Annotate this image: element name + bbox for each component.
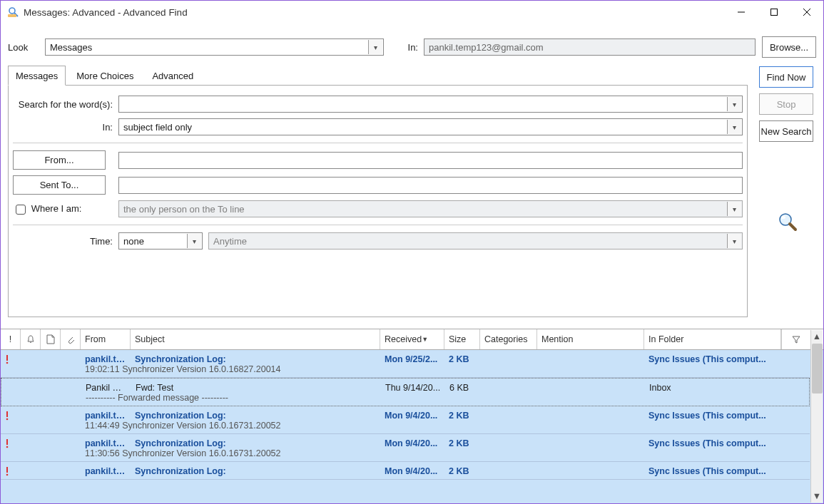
- col-from[interactable]: From: [81, 329, 131, 349]
- col-filter[interactable]: [781, 329, 810, 349]
- cell-received: Mon 9/25/2...: [380, 354, 444, 364]
- time-select[interactable]: none: [118, 232, 203, 250]
- cell-size: 6 KB: [445, 383, 481, 393]
- table-row[interactable]: pankil.te...Synchronization Log:Mon 9/4/…: [1, 406, 810, 434]
- col-categories[interactable]: Categories: [480, 329, 537, 349]
- cell-infolder: Sync Issues (This comput...: [644, 438, 810, 448]
- cell-from: Pankil Shah: [81, 383, 131, 393]
- col-importance[interactable]: !: [1, 329, 21, 349]
- scroll-down-icon[interactable]: ▼: [811, 490, 823, 503]
- in-folder-field: pankil.temp123@gmail.com: [424, 38, 756, 56]
- table-row[interactable]: pankil.te...Synchronization Log:Mon 9/4/…: [1, 434, 810, 462]
- find-icon: [8, 6, 19, 18]
- importance-icon: [1, 411, 21, 421]
- in-field-select[interactable]: subject field only: [118, 118, 743, 135]
- svg-point-11: [6, 362, 9, 364]
- svg-rect-4: [771, 9, 778, 16]
- search-words-label: Search for the word(s):: [13, 99, 113, 110]
- where-i-am-checkbox[interactable]: [16, 205, 26, 215]
- cell-from: pankil.te...: [81, 438, 131, 448]
- table-row[interactable]: Pankil ShahFwd: TestThu 9/14/20...6 KBIn…: [1, 378, 810, 406]
- cell-received: Thu 9/14/20...: [381, 383, 445, 393]
- chevron-down-icon: [187, 234, 201, 248]
- where-i-am-label: Where I am:: [31, 203, 82, 214]
- look-row: Look Messages In: pankil.temp123@gmail.c…: [1, 24, 823, 66]
- cell-infolder: Sync Issues (This comput...: [644, 354, 810, 364]
- sent-to-input[interactable]: [118, 177, 743, 194]
- cell-preview: ---------- Forwarded message ---------: [81, 393, 809, 403]
- tab-messages[interactable]: Messages: [8, 66, 66, 86]
- col-reminder[interactable]: [21, 329, 41, 349]
- tab-advanced[interactable]: Advanced: [144, 66, 201, 86]
- cell-subject: Fwd: Test: [131, 383, 381, 393]
- col-received[interactable]: Received: [380, 329, 444, 349]
- magnifier-icon: [759, 148, 816, 324]
- col-itemtype[interactable]: [41, 329, 61, 349]
- table-row[interactable]: pankil.te...Synchronization Log:Mon 9/4/…: [1, 462, 810, 480]
- time-range-select: Anytime: [208, 232, 743, 250]
- svg-point-0: [9, 8, 15, 14]
- chevron-down-icon: [727, 120, 741, 134]
- col-subject[interactable]: Subject: [131, 329, 380, 349]
- cell-size: 2 KB: [444, 466, 480, 476]
- cell-received: Mon 9/4/20...: [380, 438, 444, 448]
- results-header: ! From Subject Received Size Categories …: [1, 329, 823, 350]
- cell-infolder: Sync Issues (This comput...: [644, 411, 810, 421]
- maximize-button[interactable]: [758, 1, 790, 24]
- in-label: In:: [397, 42, 418, 53]
- cell-subject: Synchronization Log:: [131, 466, 380, 476]
- svg-line-9: [790, 224, 795, 230]
- svg-point-17: [6, 474, 9, 476]
- col-size[interactable]: Size: [444, 329, 480, 349]
- svg-rect-2: [8, 14, 16, 17]
- look-combo[interactable]: Messages: [45, 38, 384, 56]
- chevron-down-icon: [727, 202, 741, 216]
- results-list[interactable]: pankil.te...Synchronization Log:Mon 9/25…: [1, 350, 823, 504]
- sent-to-button[interactable]: Sent To...: [13, 175, 106, 195]
- importance-icon: [1, 438, 21, 448]
- browse-button[interactable]: Browse...: [762, 36, 816, 58]
- titlebar: Messages: Advanced - Advanced Find: [1, 1, 823, 24]
- chevron-down-icon: [727, 97, 741, 111]
- from-input[interactable]: [118, 152, 743, 169]
- cell-from: pankil.te...: [81, 466, 131, 476]
- cell-infolder: Sync Issues (This comput...: [644, 466, 810, 476]
- criteria-tabs: Messages More Choices Advanced: [8, 65, 748, 86]
- minimize-button[interactable]: [725, 1, 758, 24]
- importance-icon: [1, 383, 21, 393]
- cell-subject: Synchronization Log:: [131, 438, 380, 448]
- cell-preview: 11:30:56 Synchronizer Version 16.0.16731…: [81, 448, 810, 458]
- page-icon: [46, 334, 55, 344]
- bell-icon: [26, 334, 36, 344]
- tab-more-choices[interactable]: More Choices: [68, 66, 141, 86]
- col-infolder[interactable]: In Folder: [644, 329, 781, 349]
- table-row[interactable]: pankil.te...Synchronization Log:Mon 9/25…: [1, 350, 810, 378]
- cell-size: 2 KB: [444, 354, 480, 364]
- svg-point-8: [781, 216, 785, 219]
- chevron-down-icon: [368, 40, 382, 54]
- importance-icon: [1, 354, 21, 364]
- cell-subject: Synchronization Log:: [131, 354, 380, 364]
- cell-from: pankil.te...: [81, 411, 131, 421]
- col-attachment[interactable]: [61, 329, 81, 349]
- cell-preview: 19:02:11 Synchronizer Version 16.0.16827…: [81, 364, 810, 374]
- in-field-label: In:: [13, 122, 113, 133]
- svg-point-15: [6, 446, 9, 448]
- find-now-button[interactable]: Find Now: [759, 66, 813, 88]
- cell-preview: 11:44:49 Synchronizer Version 16.0.16731…: [81, 421, 810, 431]
- search-words-input[interactable]: [118, 96, 743, 113]
- cell-size: 2 KB: [444, 438, 480, 448]
- cell-received: Mon 9/4/20...: [380, 411, 444, 421]
- scroll-up-icon[interactable]: ▲: [811, 330, 823, 343]
- importance-icon: [1, 466, 21, 476]
- look-label: Look: [8, 42, 39, 53]
- from-button[interactable]: From...: [13, 150, 106, 170]
- results-scrollbar[interactable]: ▲ ▼: [810, 330, 823, 503]
- filter-icon: [791, 334, 801, 344]
- criteria-form: Search for the word(s): In: subject fiel…: [8, 86, 748, 317]
- stop-button: Stop: [759, 93, 813, 115]
- col-mention[interactable]: Mention: [537, 329, 644, 349]
- cell-size: 2 KB: [444, 411, 480, 421]
- close-button[interactable]: [790, 1, 823, 24]
- new-search-button[interactable]: New Search: [759, 120, 813, 142]
